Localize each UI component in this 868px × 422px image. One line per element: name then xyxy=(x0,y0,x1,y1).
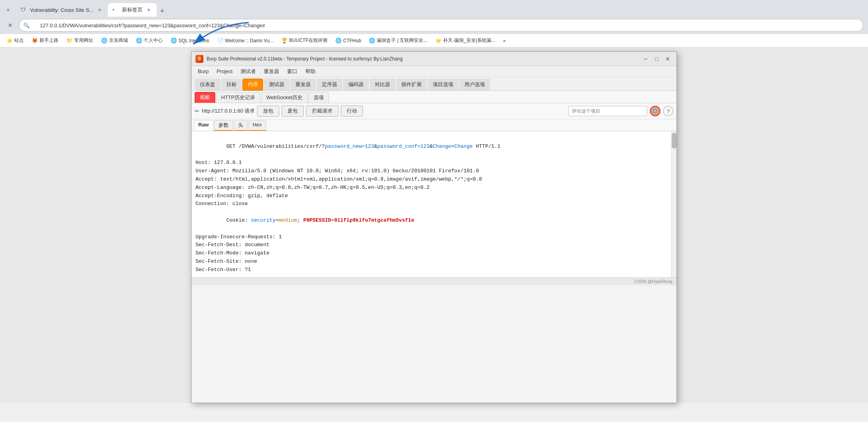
req-session-eq: = xyxy=(331,217,334,223)
subtab-intercept[interactable]: 截断 xyxy=(195,92,215,103)
tab-proxy[interactable]: 代理 xyxy=(242,79,263,90)
req-upgrade: Upgrade-Insecure-Requests: 1 xyxy=(195,233,667,241)
action-button[interactable]: 行动 xyxy=(341,106,363,117)
req-connection: Connection: close xyxy=(195,200,667,208)
title-bar-left: B Burp Suite Professional v2.0.11beta - … xyxy=(195,55,403,63)
maximize-button[interactable]: □ xyxy=(652,55,661,63)
menu-repeater[interactable]: 重发器 xyxy=(261,67,282,76)
req-tab-headers[interactable]: 头 xyxy=(234,120,248,131)
address-bar[interactable]: 🔍 127.0.0.1/DVWA/vulnerabilities/csrf/?p… xyxy=(19,19,863,32)
bookmark-dvwa[interactable]: 📄 Welcome :: Damn Vu... xyxy=(214,36,277,45)
tab3-close[interactable]: ✕ xyxy=(146,7,152,13)
burp-logo: B xyxy=(195,55,203,63)
bookmark-sites[interactable]: ⭐ 站点 xyxy=(3,36,27,45)
menu-burp[interactable]: Burp xyxy=(195,68,212,75)
menu-project[interactable]: Project xyxy=(213,68,235,75)
tab-repeater[interactable]: 重发器 xyxy=(290,79,316,90)
drop-button[interactable]: 废包 xyxy=(282,106,304,117)
tab-project-options[interactable]: 项目选项 xyxy=(428,79,458,90)
req-session-key: PHPSESSID xyxy=(303,217,331,223)
browser-chrome: ✕ 🛡 Vulnerability: Cross Site S... ✕ • 新… xyxy=(0,0,868,47)
intercept-toolbar: ✏ http://127.0.0.1:80 请求 放包 废包 拦截请求 行动 xyxy=(192,103,676,119)
browser-tab-1[interactable]: ✕ xyxy=(0,3,16,17)
rainbow-icon[interactable] xyxy=(650,106,661,117)
req-tab-raw[interactable]: Raw xyxy=(194,120,213,131)
menu-help[interactable]: 帮助 xyxy=(302,67,319,76)
req-accept-language: Accept-Language: zh-CN,zh;q=0.8,zh-TW;q=… xyxy=(195,184,667,192)
comment-input[interactable] xyxy=(568,106,647,116)
bookmark-butian[interactable]: ⭐ 补天-漏洞_安全|系统漏... xyxy=(432,36,498,45)
search-icon: 🔍 xyxy=(23,23,30,28)
menu-tester[interactable]: 测试者 xyxy=(237,67,259,76)
tab-target[interactable]: 目标 xyxy=(221,79,242,90)
bookmark-ctfhub[interactable]: 🌐 CTFHub xyxy=(332,36,364,45)
req-accept-encoding: Accept-Encoding: gzip, deflate xyxy=(195,192,667,200)
help-button[interactable]: ? xyxy=(663,106,673,116)
subtab-http-history[interactable]: HTTP历史记录 xyxy=(216,92,260,103)
browser-tab-newtab[interactable]: • 新标签页 ✕ xyxy=(108,3,157,17)
main-tabs: 仪表盘 目标 代理 测试器 重发器 定序器 编码器 对比器 xyxy=(192,77,676,91)
req-sec-mode: Sec-Fetch-Mode: navigate xyxy=(195,249,667,258)
req-user-agent: User-Agent: Mozilla/5.0 (Windows NT 10.0… xyxy=(195,167,667,175)
tab2-close[interactable]: ✕ xyxy=(97,7,103,13)
bookmarks-bar: ⭐ 站点 🦊 新手上路 📁 常用网址 🌐 京东商城 🌐 个人中心 🌐 SQL I… xyxy=(0,34,868,47)
bookmark-vulnbox[interactable]: 🌐 漏洞盒子 | 互联网安全... xyxy=(366,36,430,45)
browser-tab-vulnerability[interactable]: 🛡 Vulnerability: Cross Site S... ✕ xyxy=(16,3,108,17)
bookmark-personal[interactable]: 🌐 个人中心 xyxy=(133,36,166,45)
subtab-websocket-history[interactable]: WebSocket历史 xyxy=(261,92,308,103)
scrollbar-thumb[interactable] xyxy=(672,133,676,149)
forward-button[interactable]: 放包 xyxy=(257,106,279,117)
subtab-options[interactable]: 选项 xyxy=(308,92,329,103)
request-content-area: GET /DVWA/vulnerabilities/csrf/?password… xyxy=(192,131,676,277)
tab3-label: 新标签页 xyxy=(122,6,143,13)
req-get-prefix: GET /DVWA/vulnerabilities/csrf/? xyxy=(226,143,325,149)
status-bar: CSDN @HypeRong xyxy=(192,277,676,285)
request-tabs: Raw 参数 头 Hex xyxy=(192,119,676,131)
req-cookie-eq: = xyxy=(276,217,279,223)
bookmark-buuctf[interactable]: 🏆 BUUCTF在线评测 xyxy=(278,36,331,45)
tab-bar: ✕ 🛡 Vulnerability: Cross Site S... ✕ • 新… xyxy=(0,0,868,17)
tab2-favicon: 🛡 xyxy=(21,7,27,13)
req-tab-hex[interactable]: Hex xyxy=(248,120,266,131)
url-indicator: ✏ http://127.0.0.1:80 请求 xyxy=(195,107,255,115)
back-button[interactable]: ✕ xyxy=(5,20,16,31)
req-tab-params[interactable]: 参数 xyxy=(214,120,233,131)
svg-point-4 xyxy=(654,110,656,112)
req-cookie-val: medium xyxy=(279,217,297,223)
req-cookie-prefix: Cookie: xyxy=(226,217,251,223)
title-bar-controls: ─ □ ✕ xyxy=(641,55,673,63)
bookmark-sql[interactable]: 🌐 SQL Injections xyxy=(167,36,212,45)
request-content[interactable]: GET /DVWA/vulnerabilities/csrf/?password… xyxy=(192,131,671,277)
bookmark-common[interactable]: 📁 常用网址 xyxy=(63,36,96,45)
tab-intruder[interactable]: 测试器 xyxy=(264,79,289,90)
tab-dashboard[interactable]: 仪表盘 xyxy=(195,79,220,90)
new-tab-button[interactable]: + xyxy=(157,6,168,17)
req-sec-user: Sec-Fetch-User: ?1 xyxy=(195,266,667,274)
bookmark-jd[interactable]: 🌐 京东商城 xyxy=(98,36,131,45)
tab-decoder[interactable]: 编码器 xyxy=(343,79,369,90)
tab-comparer[interactable]: 对比器 xyxy=(370,79,395,90)
tab-sequencer[interactable]: 定序器 xyxy=(317,79,342,90)
req-sec-dest: Sec-Fetch-Dest: document xyxy=(195,241,667,249)
close-button[interactable]: ✕ xyxy=(663,55,673,63)
request-url: http://127.0.0.1:80 请求 xyxy=(202,107,255,115)
req-accept: Accept: text/html,application/xhtml+xml,… xyxy=(195,175,667,184)
tab-extender[interactable]: 插件扩展 xyxy=(396,79,427,90)
tab2-label: Vulnerability: Cross Site S... xyxy=(30,7,94,13)
svg-point-3 xyxy=(653,109,658,113)
minimize-button[interactable]: ─ xyxy=(641,55,650,63)
bookmark-more[interactable]: » xyxy=(500,37,509,45)
req-session-val: 9llflp9klfu7mtgcafhm5vsf1e xyxy=(334,217,414,223)
tab3-favicon: • xyxy=(113,7,119,13)
req-sec-site: Sec-Fetch-Site: none xyxy=(195,258,667,266)
menu-window[interactable]: 窗口 xyxy=(284,67,301,76)
browser-content: B Burp Suite Professional v2.0.11beta - … xyxy=(0,47,868,403)
bookmark-newbie[interactable]: 🦊 新手上路 xyxy=(28,36,62,45)
intercept-button[interactable]: 拦截请求 xyxy=(306,106,338,117)
tab-user-options[interactable]: 用户选项 xyxy=(459,79,490,90)
req-suffix: HTTP/1.1 xyxy=(473,143,500,149)
scrollbar[interactable] xyxy=(671,131,676,277)
tab1-close[interactable]: ✕ xyxy=(5,7,11,13)
watermark: CSDN @HypeRong xyxy=(634,279,673,284)
req-cookie-key: security xyxy=(251,217,275,223)
